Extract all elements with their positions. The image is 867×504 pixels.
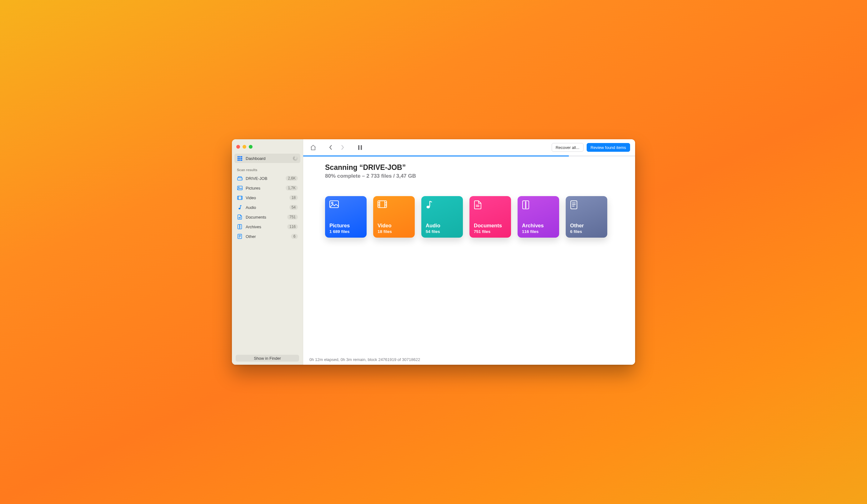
scan-title: Scanning “DRIVE-JOB”	[325, 163, 613, 172]
card-subtitle: 18 files	[377, 229, 410, 234]
content-area: Scanning “DRIVE-JOB” 80% complete – 2 73…	[303, 156, 635, 354]
sidebar-item-label: Audio	[246, 205, 286, 210]
video-icon	[377, 200, 410, 210]
pause-button[interactable]	[355, 143, 365, 152]
sidebar-item-label: Other	[246, 234, 288, 239]
svg-rect-19	[330, 201, 339, 208]
close-window-button[interactable]	[236, 145, 240, 149]
review-found-items-button[interactable]: Review found items	[587, 143, 630, 152]
sidebar-item-label: Documents	[246, 215, 284, 220]
status-bar: 0h 12m elapsed, 0h 3m remain, block 2476…	[303, 354, 635, 365]
zoom-window-button[interactable]	[249, 145, 253, 149]
svg-rect-3	[237, 158, 239, 159]
forward-button[interactable]	[338, 143, 347, 152]
svg-point-10	[241, 179, 242, 179]
review-found-items-label: Review found items	[591, 145, 626, 150]
audio-icon	[237, 205, 243, 210]
card-subtitle: 751 files	[474, 229, 507, 234]
card-subtitle: 6 files	[570, 229, 603, 234]
dashboard-icon	[237, 156, 243, 161]
sidebar-item-audio[interactable]: Audio 54	[234, 202, 300, 212]
app-window: Dashboard Scan results DRIVE-JOB 2,6K Pi…	[232, 139, 635, 365]
sidebar-item-count: 1,7K	[286, 186, 298, 190]
sidebar-item-video[interactable]: Video 18	[234, 193, 300, 202]
show-in-finder-button[interactable]: Show in Finder	[236, 355, 299, 362]
progress-spinner-icon	[293, 156, 298, 161]
card-title: Pictures	[329, 223, 362, 229]
svg-rect-18	[361, 145, 362, 150]
card-video[interactable]: Video 18 files	[373, 196, 415, 238]
sidebar-item-pictures[interactable]: Pictures 1,7K	[234, 183, 300, 193]
doc-icon	[474, 200, 507, 210]
svg-rect-1	[239, 156, 240, 157]
card-documents[interactable]: Documents 751 files	[469, 196, 511, 238]
card-title: Audio	[426, 223, 459, 229]
sidebar-item-dashboard[interactable]: Dashboard	[234, 154, 300, 163]
svg-rect-6	[237, 160, 239, 161]
svg-rect-11	[237, 186, 242, 190]
svg-rect-13	[237, 196, 242, 199]
svg-rect-5	[241, 158, 242, 159]
svg-rect-2	[241, 156, 242, 157]
sidebar-item-count: 54	[289, 205, 298, 210]
card-audio[interactable]: Audio 54 files	[421, 196, 463, 238]
sidebar-item-count: 2,6K	[286, 176, 298, 181]
recover-all-button[interactable]: Recover all...	[552, 143, 584, 152]
image-icon	[237, 186, 243, 190]
svg-point-22	[427, 206, 430, 208]
card-title: Archives	[522, 223, 555, 229]
card-other[interactable]: Other 6 files	[566, 196, 607, 238]
home-button[interactable]	[308, 143, 318, 152]
doc-icon	[237, 215, 243, 220]
sidebar-item-drive[interactable]: DRIVE-JOB 2,6K	[234, 174, 300, 183]
other-icon	[237, 234, 243, 239]
sidebar-item-archives[interactable]: Archives 116	[234, 222, 300, 231]
sidebar-item-other[interactable]: Other 6	[234, 232, 300, 241]
sidebar-item-label: DRIVE-JOB	[246, 176, 282, 181]
sidebar-scan-results: DRIVE-JOB 2,6K Pictures 1,7K Video 18	[234, 174, 300, 241]
svg-point-14	[238, 208, 240, 209]
svg-point-12	[238, 187, 239, 188]
card-title: Other	[570, 223, 603, 229]
toolbar: Recover all... Review found items	[303, 139, 635, 155]
dashboard-label: Dashboard	[246, 156, 290, 161]
sidebar-item-label: Pictures	[246, 186, 282, 190]
recover-all-label: Recover all...	[556, 145, 579, 150]
status-text: 0h 12m elapsed, 0h 3m remain, block 2476…	[309, 357, 420, 362]
pictures-icon	[329, 200, 362, 210]
sidebar: Dashboard Scan results DRIVE-JOB 2,6K Pi…	[232, 139, 303, 365]
card-title: Documents	[474, 223, 507, 229]
card-archives[interactable]: Archives 116 files	[517, 196, 559, 238]
sidebar-item-count: 6	[291, 234, 298, 239]
video-icon	[237, 196, 243, 200]
sidebar-section-label: Scan results	[234, 163, 300, 174]
other-icon	[570, 200, 603, 210]
svg-rect-17	[358, 145, 360, 150]
card-subtitle: 54 files	[426, 229, 459, 234]
svg-point-20	[332, 202, 333, 204]
back-button[interactable]	[326, 143, 336, 152]
card-title: Video	[377, 223, 410, 229]
archive-icon	[237, 224, 243, 229]
sidebar-item-documents[interactable]: Documents 751	[234, 212, 300, 222]
drive-icon	[237, 176, 243, 180]
card-pictures[interactable]: Pictures 1 689 files	[325, 196, 367, 238]
archive-icon	[522, 200, 555, 210]
window-controls	[234, 142, 300, 154]
card-subtitle: 116 files	[522, 229, 555, 234]
show-in-finder-label: Show in Finder	[254, 356, 281, 361]
sidebar-item-count: 18	[289, 195, 298, 200]
svg-rect-4	[239, 158, 240, 159]
sidebar-item-label: Video	[246, 196, 286, 200]
svg-rect-7	[239, 160, 240, 161]
scan-subtitle: 80% complete – 2 733 files / 3,47 GB	[325, 173, 613, 179]
svg-rect-8	[241, 160, 242, 161]
svg-rect-0	[237, 156, 239, 157]
card-subtitle: 1 689 files	[329, 229, 362, 234]
sidebar-item-count: 751	[287, 215, 298, 220]
main-panel: Recover all... Review found items Scanni…	[303, 139, 635, 365]
minimize-window-button[interactable]	[243, 145, 246, 149]
sidebar-item-count: 116	[287, 224, 298, 229]
audio-icon	[426, 200, 459, 210]
sidebar-item-label: Archives	[246, 224, 284, 229]
